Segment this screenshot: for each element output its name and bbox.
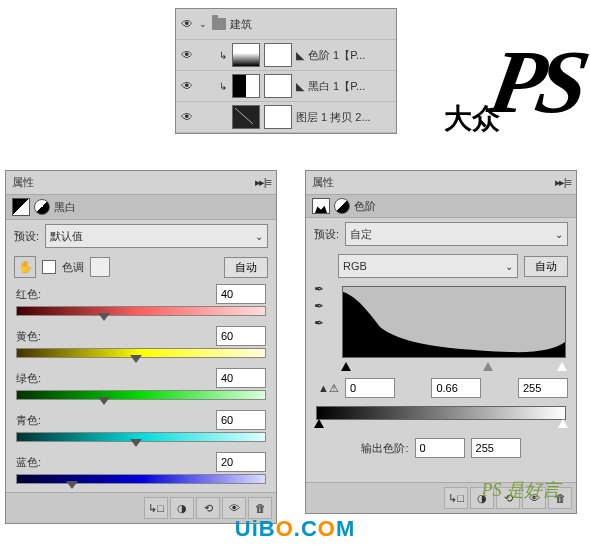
output-white-input[interactable] — [471, 438, 521, 458]
layer-row[interactable]: 👁 ↳ ◣ 色阶 1【P... — [176, 40, 396, 71]
preset-select[interactable]: 默认值 — [45, 224, 268, 248]
slider-track[interactable] — [16, 432, 266, 442]
channel-row: RGB 自动 — [306, 250, 576, 282]
levels-icon — [312, 198, 330, 214]
white-eyedropper-icon[interactable]: ✒ — [310, 316, 328, 330]
visibility-icon[interactable]: 👁 — [180, 48, 194, 62]
slider-track[interactable] — [16, 306, 266, 316]
layer-name[interactable]: 黑白 1【P... — [308, 79, 392, 94]
white-point-slider[interactable] — [557, 362, 567, 371]
clip-icon: ↳ — [218, 50, 228, 61]
mask-thumb — [264, 74, 292, 98]
slider-label: 蓝色: — [16, 455, 41, 470]
panel-title: 色阶 — [354, 199, 376, 214]
output-white-slider[interactable] — [558, 419, 568, 428]
chevron-down-icon — [555, 228, 563, 240]
channel-select[interactable]: RGB — [338, 254, 518, 278]
tab-properties[interactable]: 属性 — [12, 175, 34, 190]
visibility-icon[interactable]: 👁 — [180, 110, 194, 124]
mask-thumb — [264, 105, 292, 129]
tint-checkbox[interactable] — [42, 260, 56, 274]
tab-properties[interactable]: 属性 — [312, 175, 334, 190]
slider-value-input[interactable] — [216, 410, 266, 430]
color-slider-row: 红色: — [6, 282, 276, 324]
reset-button[interactable]: ⟲ — [196, 497, 220, 519]
black-input[interactable] — [345, 378, 395, 398]
color-slider-row: 蓝色: — [6, 450, 276, 492]
input-values-row: ▲⚠ — [306, 374, 576, 402]
slider-track[interactable] — [16, 348, 266, 358]
brand-watermark: UiBO.COM — [235, 516, 355, 542]
slider-value-input[interactable] — [216, 284, 266, 304]
black-point-slider[interactable] — [341, 362, 351, 371]
panel-header: 黑白 — [6, 195, 276, 220]
collapse-icon[interactable]: ▸▸ | ≡ — [555, 176, 570, 189]
output-black-input[interactable] — [415, 438, 465, 458]
layer-group-row[interactable]: 👁 ⌄ 建筑 — [176, 9, 396, 40]
slider-label: 青色: — [16, 413, 41, 428]
layer-name[interactable]: 色阶 1【P... — [308, 48, 392, 63]
gray-eyedropper-icon[interactable]: ✒ — [310, 299, 328, 313]
preset-label: 预设: — [14, 229, 39, 244]
output-gradient[interactable] — [316, 406, 566, 420]
bw-properties-panel: 属性 ▸▸ | ≡ 黑白 预设: 默认值 ✋ 色调 自动 红色:黄色:绿色:青色… — [5, 170, 277, 524]
slider-track[interactable] — [16, 390, 266, 400]
preset-row: 预设: 默认值 — [6, 220, 276, 252]
prev-state-button[interactable]: ◑ — [170, 497, 194, 519]
tint-row: ✋ 色调 自动 — [6, 252, 276, 282]
auto-button[interactable]: 自动 — [224, 257, 268, 278]
folder-icon — [212, 18, 226, 30]
slider-thumb[interactable] — [130, 439, 142, 447]
bw-icon — [12, 198, 30, 216]
clip-icon: ↳ — [218, 81, 228, 92]
black-eyedropper-icon[interactable]: ✒ — [310, 282, 328, 296]
output-label: 输出色阶: — [361, 441, 408, 456]
layers-panel: 👁 ⌄ 建筑 👁 ↳ ◣ 色阶 1【P... 👁 ↳ ◣ 黑白 1【P... 👁… — [175, 8, 397, 134]
mask-icon[interactable] — [334, 198, 350, 214]
slider-value-input[interactable] — [216, 368, 266, 388]
adjustment-thumb — [232, 74, 260, 98]
slider-value-input[interactable] — [216, 452, 266, 472]
layer-name[interactable]: 图层 1 拷贝 2... — [296, 110, 392, 125]
clip-button[interactable]: ↳□ — [144, 497, 168, 519]
collapse-icon[interactable]: ▸▸ | ≡ — [255, 176, 270, 189]
input-sliders[interactable] — [342, 362, 566, 374]
white-input[interactable] — [518, 378, 568, 398]
visibility-icon[interactable]: 👁 — [180, 17, 194, 31]
preset-label: 预设: — [314, 227, 339, 242]
slider-value-input[interactable] — [216, 326, 266, 346]
preset-select[interactable]: 自定 — [345, 222, 568, 246]
slider-label: 红色: — [16, 287, 41, 302]
color-slider-row: 绿色: — [6, 366, 276, 408]
levels-properties-panel: 属性 ▸▸ | ≡ 色阶 预设: 自定 RGB 自动 ✒ ✒ ✒ — [305, 170, 577, 514]
gamma-slider[interactable] — [483, 362, 493, 371]
panel-tab-bar: 属性 ▸▸ | ≡ — [6, 171, 276, 195]
auto-button[interactable]: 自动 — [524, 256, 568, 277]
slider-thumb[interactable] — [98, 313, 110, 321]
visibility-icon[interactable]: 👁 — [180, 79, 194, 93]
slider-label: 绿色: — [16, 371, 41, 386]
layer-group-name[interactable]: 建筑 — [230, 17, 392, 32]
watermark-signature: PS 是好言 — [482, 478, 561, 502]
preset-row: 预设: 自定 — [306, 218, 576, 250]
corner-icon: ◣ — [296, 49, 304, 62]
eyedropper-tools: ✒ ✒ ✒ — [306, 282, 332, 374]
layer-row[interactable]: 👁 ↳ ◣ 黑白 1【P... — [176, 71, 396, 102]
chevron-down-icon — [255, 230, 263, 242]
histogram-warn-icon[interactable]: ▲⚠ — [314, 382, 339, 395]
slider-thumb[interactable] — [98, 397, 110, 405]
slider-label: 黄色: — [16, 329, 41, 344]
slider-track[interactable] — [16, 474, 266, 484]
mask-icon[interactable] — [34, 199, 50, 215]
watermark-text: 大众 — [444, 100, 500, 138]
scrubby-icon[interactable]: ✋ — [14, 256, 36, 278]
layer-row[interactable]: 👁 图层 1 拷贝 2... — [176, 102, 396, 133]
gamma-input[interactable] — [431, 378, 481, 398]
color-slider-row: 青色: — [6, 408, 276, 450]
slider-thumb[interactable] — [66, 481, 78, 489]
slider-thumb[interactable] — [130, 355, 142, 363]
output-black-slider[interactable] — [314, 419, 324, 428]
clip-button[interactable]: ↳□ — [444, 487, 468, 509]
tint-swatch[interactable] — [90, 257, 110, 277]
expand-icon[interactable]: ⌄ — [198, 19, 208, 29]
